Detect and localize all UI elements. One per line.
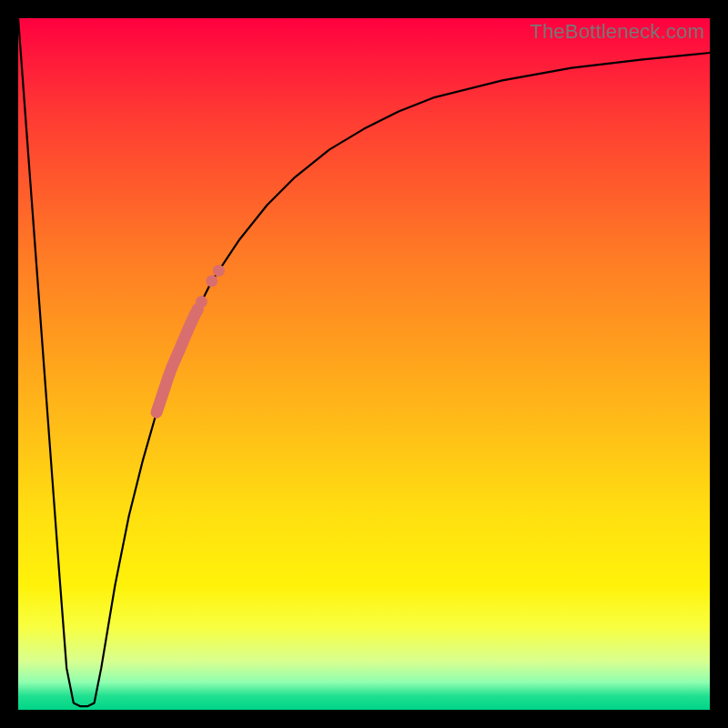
highlight-dot xyxy=(213,265,225,277)
bottleneck-curve xyxy=(18,18,710,706)
chart-frame: TheBottleneck.com xyxy=(0,0,728,728)
highlight-dot xyxy=(206,275,217,287)
highlight-segment xyxy=(157,308,198,412)
highlight-dot xyxy=(196,296,207,308)
curve-svg xyxy=(18,18,710,710)
highlight-dots xyxy=(196,265,225,308)
plot-area: TheBottleneck.com xyxy=(18,18,710,710)
